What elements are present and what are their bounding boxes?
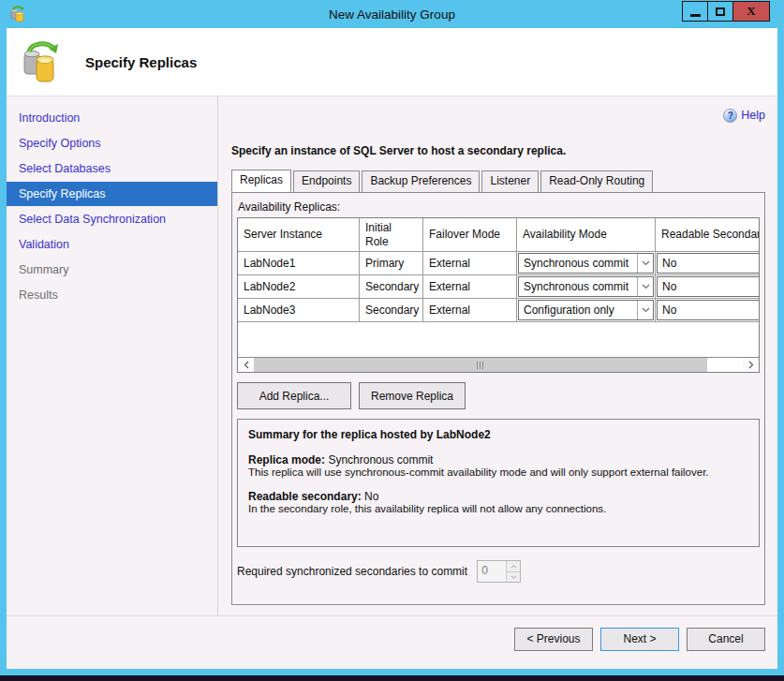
window-title: New Availability Group — [7, 7, 777, 22]
wizard-content: ? Help Specify an instance of SQL Server… — [218, 96, 777, 615]
sidebar-item-specify-replicas[interactable]: Specify Replicas — [7, 182, 217, 206]
readable-secondary-dropdown[interactable]: No — [657, 300, 760, 320]
next-button[interactable]: Next > — [600, 628, 679, 651]
availability-mode-dropdown[interactable]: Synchronous commit — [518, 276, 654, 297]
readable-secondary-line: Readable secondary: No — [248, 490, 748, 503]
sidebar-item-results: Results — [7, 283, 217, 307]
chevron-down-icon — [637, 254, 653, 273]
replica-summary-groupbox: Summary for the replica hosted by LabNod… — [237, 419, 760, 547]
cell-server-instance: LabNode1 — [238, 252, 360, 275]
col-readable-secondary: Readable Secondary — [656, 218, 760, 252]
wizard-footer: < Previous Next > Cancel — [7, 615, 777, 669]
close-icon: X — [747, 4, 755, 19]
tab-read-only-routing[interactable]: Read-Only Routing — [540, 170, 653, 193]
dropdown-value: No — [658, 280, 760, 293]
dropdown-value: Configuration only — [519, 303, 637, 317]
dropdown-value: No — [658, 257, 760, 270]
availability-replicas-label: Availability Replicas: — [238, 200, 760, 214]
availability-mode-dropdown[interactable]: Synchronous commit — [518, 253, 654, 274]
horizontal-scrollbar[interactable] — [238, 357, 759, 372]
scrollbar-grip-icon — [477, 362, 478, 369]
table-row: LabNode2 Secondary External Synchronous … — [238, 275, 760, 299]
readable-secondary-label: Readable secondary: — [248, 490, 362, 503]
availability-mode-dropdown[interactable]: Configuration only — [518, 300, 654, 320]
col-initial-role: Initial Role — [360, 218, 423, 252]
wizard-steps-sidebar: Introduction Specify Options Select Data… — [7, 96, 218, 615]
readable-secondary-description: In the secondary role, this availability… — [248, 503, 748, 514]
cell-initial-role: Secondary — [360, 299, 423, 322]
cell-server-instance: LabNode3 — [238, 299, 360, 322]
readable-secondary-dropdown[interactable]: No — [657, 276, 760, 297]
spinner-down-icon — [507, 571, 520, 582]
grid-header-row: Server Instance Initial Role Failover Mo… — [238, 218, 760, 252]
chevron-down-icon — [637, 301, 653, 319]
scroll-right-button[interactable] — [743, 358, 759, 372]
grid-empty-area — [238, 322, 759, 357]
dialog-window: New Availability Group X Specify Replica… — [0, 0, 784, 675]
previous-button[interactable]: < Previous — [514, 628, 593, 651]
summary-title: Summary for the replica hosted by LabNod… — [248, 428, 748, 441]
maximize-icon — [716, 7, 725, 16]
instruction-text: Specify an instance of SQL Server to hos… — [231, 144, 765, 157]
minimize-button[interactable] — [682, 1, 708, 22]
replica-mode-label: Replica mode: — [248, 453, 325, 466]
dropdown-value: Synchronous commit — [519, 280, 637, 293]
cancel-button[interactable]: Cancel — [687, 628, 765, 651]
scrollbar-thumb[interactable] — [254, 358, 707, 372]
sidebar-item-specify-options[interactable]: Specify Options — [7, 131, 217, 155]
cell-failover-mode: External — [423, 275, 517, 299]
replica-mode-value: Synchronous commit — [328, 453, 433, 466]
sidebar-item-validation[interactable]: Validation — [7, 232, 217, 257]
help-link[interactable]: ? Help — [723, 109, 765, 123]
help-icon: ? — [723, 109, 737, 123]
tab-replicas[interactable]: Replicas — [231, 170, 291, 192]
table-row: LabNode1 Primary External Synchronous co… — [238, 252, 760, 275]
remove-replica-button[interactable]: Remove Replica — [359, 382, 466, 409]
required-secondaries-spinner: 0 — [477, 560, 521, 583]
close-button[interactable]: X — [732, 1, 770, 22]
replicas-grid: Server Instance Initial Role Failover Mo… — [237, 217, 760, 373]
readable-secondary-value: No — [364, 490, 378, 503]
replica-database-icon — [20, 39, 65, 84]
dropdown-value: Synchronous commit — [519, 257, 637, 270]
page-title: Specify Replicas — [85, 54, 197, 70]
required-secondaries-label: Required synchronized secondaries to com… — [237, 565, 467, 578]
wizard-header: Specify Replicas — [7, 28, 777, 96]
scrollbar-track[interactable] — [707, 358, 743, 372]
tab-listener[interactable]: Listener — [481, 170, 539, 193]
readable-secondary-dropdown[interactable]: No — [657, 253, 760, 274]
col-failover-mode: Failover Mode — [423, 218, 517, 252]
sidebar-item-summary: Summary — [7, 258, 217, 282]
replicas-tab-panel: Availability Replicas: Server Instance I… — [231, 192, 765, 605]
col-availability-mode: Availability Mode — [517, 218, 656, 252]
add-replica-button[interactable]: Add Replica... — [237, 382, 351, 409]
cell-failover-mode: External — [423, 252, 517, 275]
chevron-down-icon — [637, 277, 653, 296]
sidebar-item-select-data-synchronization[interactable]: Select Data Synchronization — [7, 207, 217, 231]
replica-mode-line: Replica mode: Synchronous commit — [248, 453, 748, 466]
cell-initial-role: Secondary — [360, 275, 423, 299]
scroll-left-button[interactable] — [238, 358, 254, 372]
cell-initial-role: Primary — [360, 252, 423, 275]
tab-strip: Replicas Endpoints Backup Preferences Li… — [231, 170, 765, 192]
help-label: Help — [741, 109, 765, 122]
spinner-value: 0 — [478, 561, 506, 582]
tab-endpoints[interactable]: Endpoints — [293, 170, 360, 193]
scrollbar-grip-icon — [482, 362, 483, 369]
table-row: LabNode3 Secondary External Configuratio… — [238, 299, 760, 322]
sidebar-item-select-databases[interactable]: Select Databases — [7, 156, 217, 181]
sidebar-item-introduction[interactable]: Introduction — [7, 106, 217, 130]
col-server-instance: Server Instance — [238, 218, 360, 252]
spinner-up-icon — [507, 561, 520, 571]
tab-backup-preferences[interactable]: Backup Preferences — [362, 170, 480, 193]
scrollbar-grip-icon — [480, 362, 481, 369]
minimize-icon — [690, 14, 701, 17]
cell-server-instance: LabNode2 — [238, 275, 360, 299]
dropdown-value: No — [658, 303, 760, 317]
replica-mode-description: This replica will use synchronous-commit… — [248, 466, 748, 478]
cell-failover-mode: External — [423, 299, 517, 322]
title-bar[interactable]: New Availability Group X — [7, 0, 777, 28]
maximize-button[interactable] — [707, 1, 733, 22]
